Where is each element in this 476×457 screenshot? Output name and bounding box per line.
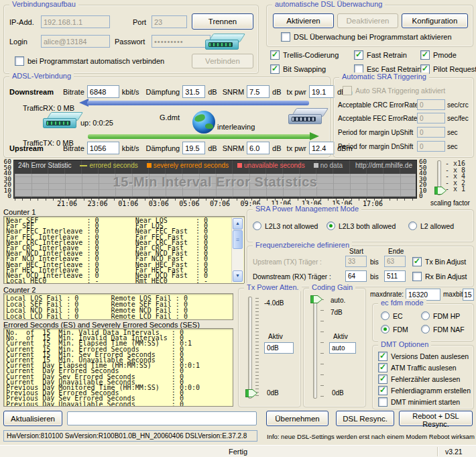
scroll-up-icon[interactable]: ▲ [233, 218, 243, 230]
fec-errorrate-field[interactable] [417, 113, 445, 123]
activate-button[interactable]: Aktivieren [273, 13, 334, 28]
command-input[interactable] [67, 411, 257, 425]
upstream-daempfung-field[interactable] [182, 142, 205, 154]
db-unit: dB [208, 88, 217, 96]
rx-bin-adjust-checkbox[interactable]: Rx Bin Adjust [412, 272, 467, 281]
fast-retrain-checkbox[interactable]: Fast Retrain [354, 50, 407, 60]
bit-swapping-checkbox[interactable]: Bit Swapping [270, 64, 326, 74]
fdm-radio[interactable]: FDM [381, 325, 408, 334]
scrollbar-thumb[interactable] [233, 230, 243, 249]
sra-power-title: SRA Power Management Mode [253, 205, 361, 213]
checkbox-icon [412, 272, 422, 281]
upshift-field[interactable] [417, 127, 445, 138]
upstream-start-field[interactable] [345, 256, 367, 267]
upstream-bitrate-field[interactable] [87, 142, 119, 154]
disconnect-button[interactable]: Trennen [192, 13, 253, 30]
configuration-button[interactable]: Konfiguration [402, 13, 468, 28]
downstream-arrow-icon [79, 99, 309, 107]
trellis-checkbox[interactable]: Trellis-Codierung [270, 50, 339, 60]
ec-fdm-title: ec fdm mode [378, 299, 426, 307]
downstream-bitrate-field[interactable] [87, 85, 119, 98]
local-modem-icon [43, 112, 82, 130]
coding-gain-slider-track[interactable] [313, 297, 317, 399]
fehlerzaehler-checkbox[interactable]: Fehlerzähler auslesen [378, 374, 460, 384]
dsl-monitoring-title: automatische DSL Überwachung [272, 0, 385, 8]
fdm-label: FDM [393, 325, 408, 334]
x-tick-label: 05:06 [179, 200, 199, 207]
dnshift-label: Period for margin DnShift [338, 143, 413, 150]
ip-label: IP-Add. [9, 18, 34, 26]
fdm-naf-radio[interactable]: FDM NAF [421, 325, 465, 334]
upstream-end-field[interactable] [384, 256, 406, 267]
l2l3-not-allowed-radio[interactable]: L2L3 not allowed [253, 221, 318, 230]
pmode-checkbox[interactable]: Pmode [420, 50, 457, 60]
crc-errorrate-label: Acceptable CRC ErrorRate [338, 101, 418, 109]
daempfung-label: Dämpfung [145, 144, 180, 152]
port-input[interactable] [152, 15, 187, 28]
checkbox-icon [281, 32, 290, 42]
dsl-resync-button[interactable]: DSL Resync. [336, 411, 394, 426]
reboot-resync-button[interactable]: Reboot + DSL Resync. [399, 411, 473, 426]
fdm-hp-radio[interactable]: FDM HP [421, 311, 460, 320]
login-input[interactable] [41, 35, 110, 48]
dnshift-field[interactable] [417, 141, 445, 152]
downstream-snrm-field[interactable] [247, 85, 270, 98]
ec-radio[interactable]: EC [381, 311, 403, 320]
l2l3-both-allowed-label: L2L3 both allowed [339, 222, 396, 230]
atm-traffic-checkbox[interactable]: ATM Traffic auslesen [378, 363, 457, 372]
downstream-daempfung-field[interactable] [182, 85, 205, 98]
coding-gain-aktiv-field[interactable] [329, 342, 356, 354]
tx-power-slider-thumb[interactable] [245, 389, 257, 397]
upstream-snrm-field[interactable] [247, 142, 270, 154]
bitrate-label: Bitrate [63, 144, 84, 152]
counter1-scrollbar[interactable]: ▲ ▼ [231, 217, 243, 283]
maxbits-field[interactable] [463, 289, 474, 301]
status-text: Fertig [0, 448, 476, 456]
uptime-label: up: 0:0:25 [80, 119, 113, 127]
tx-power-aktiv-field[interactable] [264, 342, 294, 354]
minimiert-checkbox[interactable]: DMT minimiert starten [378, 397, 460, 407]
upshift-unit-label: sec [447, 129, 458, 136]
checkbox-icon [15, 56, 24, 66]
fec-errorrate-label: Acceptable FEC ErrorRate [338, 115, 417, 122]
fdm-hp-label: FDM HP [433, 312, 460, 320]
refresh-button[interactable]: Aktualisieren [3, 411, 62, 426]
password-input[interactable] [152, 35, 211, 48]
fdm-naf-label: FDM NAF [433, 325, 465, 334]
l2-allowed-radio[interactable]: L2 allowed [408, 221, 454, 230]
ip-input[interactable] [41, 15, 110, 28]
checkbox-icon [378, 386, 388, 395]
legend-item: severely errored seconds [147, 162, 229, 169]
monitoring-startup-checkbox[interactable]: DSL Überwachung bei Programmstart aktivi… [281, 32, 452, 42]
fehlerdiagramm-checkbox[interactable]: Fehlerdiagramm erstellen [378, 386, 471, 395]
fec-unit-label: sec/fec [447, 115, 469, 122]
status-bar: Fertig v3.21 [0, 445, 476, 457]
chart-url: http://dmt.mhilfe.de [355, 162, 412, 169]
autoconnect-checkbox[interactable]: bei Programmstart automatisch verbinden [15, 56, 164, 66]
radio-icon [326, 221, 335, 230]
crc-errorrate-field[interactable] [417, 99, 445, 110]
deactivate-button[interactable]: Deaktivieren [337, 13, 398, 28]
auto-sra-checkbox[interactable]: Auto SRA Triggering aktiviert [343, 86, 445, 95]
coding-gain-slider-thumb[interactable] [310, 295, 322, 303]
upstream-txpwr-field[interactable] [309, 142, 335, 154]
tx-power-slider-track[interactable] [248, 297, 252, 399]
legend-marker-icon [237, 163, 242, 168]
downstream-end-field[interactable] [384, 270, 406, 282]
interleaving-label: interleaving [217, 123, 255, 131]
scroll-down-icon[interactable]: ▼ [233, 270, 243, 282]
dsl-monitoring-group: automatische DSL Überwachung Aktivieren … [266, 5, 473, 47]
ende-header: Ende [388, 248, 404, 255]
downstream-txpwr-field[interactable] [309, 85, 335, 98]
tx-bin-adjust-checkbox[interactable]: Tx Bin Adjust [412, 257, 466, 266]
remote-dslam-icon [288, 108, 327, 125]
downstream-start-field[interactable] [345, 270, 367, 282]
versions-checkbox[interactable]: Versions Daten auslesen [378, 352, 469, 361]
apply-button[interactable]: Übernehmen [266, 411, 329, 426]
upstream-traeger-label: Upstream (TX) Träger : [253, 258, 322, 266]
dmt-options-title: DMT Optionen [378, 340, 431, 348]
connect-button[interactable]: Verbinden [192, 54, 253, 68]
upstream-arrow-icon [88, 132, 319, 141]
l2l3-both-allowed-radio[interactable]: L2L3 both allowed [326, 221, 396, 230]
checkbox-icon [343, 86, 352, 95]
